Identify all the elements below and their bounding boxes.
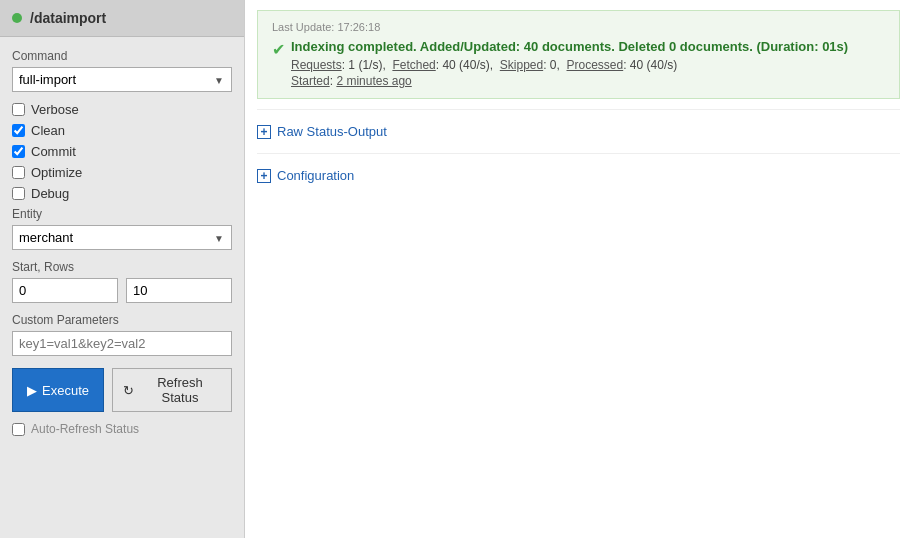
- play-icon: ▶: [27, 383, 37, 398]
- auto-refresh-row: Auto-Refresh Status: [12, 422, 232, 436]
- clean-row: Clean: [12, 123, 232, 138]
- entity-select[interactable]: merchant: [12, 225, 232, 250]
- refresh-label: Refresh Status: [139, 375, 221, 405]
- configuration-label: Configuration: [277, 168, 354, 183]
- status-details: Requests: 1 (1/s), Fetched: 40 (40/s), S…: [291, 58, 848, 72]
- optimize-row: Optimize: [12, 165, 232, 180]
- requests-label: Requests: [291, 58, 342, 72]
- started-label: Started: [291, 74, 330, 88]
- entity-label: Entity: [12, 207, 232, 221]
- sidebar-content: Command full-import delta-import abort s…: [0, 37, 244, 448]
- verbose-label[interactable]: Verbose: [31, 102, 79, 117]
- processed-label: Processed: [567, 58, 624, 72]
- skipped-label: Skipped: [500, 58, 543, 72]
- clean-checkbox[interactable]: [12, 124, 25, 137]
- main-content: Last Update: 17:26:18 ✔ Indexing complet…: [245, 0, 912, 538]
- commit-checkbox[interactable]: [12, 145, 25, 158]
- execute-button[interactable]: ▶ Execute: [12, 368, 104, 412]
- auto-refresh-label[interactable]: Auto-Refresh Status: [31, 422, 139, 436]
- expand-raw-icon: +: [257, 125, 271, 139]
- commit-row: Commit: [12, 144, 232, 159]
- optimize-checkbox[interactable]: [12, 166, 25, 179]
- raw-status-header[interactable]: + Raw Status-Output: [257, 118, 900, 145]
- start-input[interactable]: [12, 278, 118, 303]
- execute-label: Execute: [42, 383, 89, 398]
- configuration-section: + Configuration: [257, 153, 900, 189]
- sidebar-title: /dataimport: [30, 10, 106, 26]
- status-message: ✔ Indexing completed. Added/Updated: 40 …: [272, 39, 885, 88]
- last-update-time: 17:26:18: [337, 21, 380, 33]
- success-icon: ✔: [272, 40, 285, 59]
- rows-input[interactable]: [126, 278, 232, 303]
- commit-label[interactable]: Commit: [31, 144, 76, 159]
- button-row: ▶ Execute ↻ Refresh Status: [12, 368, 232, 412]
- status-text: Indexing completed. Added/Updated: 40 do…: [291, 39, 848, 88]
- last-update-label: Last Update:: [272, 21, 334, 33]
- start-rows-container: Start, Rows: [12, 260, 232, 303]
- started-value: 2 minutes ago: [336, 74, 411, 88]
- refresh-icon: ↻: [123, 383, 134, 398]
- status-started: Started: 2 minutes ago: [291, 74, 848, 88]
- debug-label[interactable]: Debug: [31, 186, 69, 201]
- last-update: Last Update: 17:26:18: [272, 21, 885, 33]
- refresh-status-button[interactable]: ↻ Refresh Status: [112, 368, 232, 412]
- command-label: Command: [12, 49, 232, 63]
- raw-status-label: Raw Status-Output: [277, 124, 387, 139]
- custom-params-label: Custom Parameters: [12, 313, 232, 327]
- status-main-text: Indexing completed. Added/Updated: 40 do…: [291, 39, 848, 54]
- verbose-checkbox[interactable]: [12, 103, 25, 116]
- status-bar: Last Update: 17:26:18 ✔ Indexing complet…: [257, 10, 900, 99]
- sidebar: /dataimport Command full-import delta-im…: [0, 0, 245, 538]
- entity-select-wrapper: merchant: [12, 225, 232, 250]
- auto-refresh-checkbox[interactable]: [12, 423, 25, 436]
- start-rows-label: Start, Rows: [12, 260, 232, 274]
- configuration-header[interactable]: + Configuration: [257, 162, 900, 189]
- raw-status-section: + Raw Status-Output: [257, 109, 900, 145]
- optimize-label[interactable]: Optimize: [31, 165, 82, 180]
- sidebar-header: /dataimport: [0, 0, 244, 37]
- status-dot: [12, 13, 22, 23]
- command-select[interactable]: full-import delta-import abort status: [12, 67, 232, 92]
- verbose-row: Verbose: [12, 102, 232, 117]
- expand-config-icon: +: [257, 169, 271, 183]
- clean-label[interactable]: Clean: [31, 123, 65, 138]
- custom-params-input[interactable]: [12, 331, 232, 356]
- fetched-label: Fetched: [392, 58, 435, 72]
- command-select-wrapper: full-import delta-import abort status: [12, 67, 232, 92]
- start-rows-inputs: [12, 278, 232, 303]
- debug-row: Debug: [12, 186, 232, 201]
- debug-checkbox[interactable]: [12, 187, 25, 200]
